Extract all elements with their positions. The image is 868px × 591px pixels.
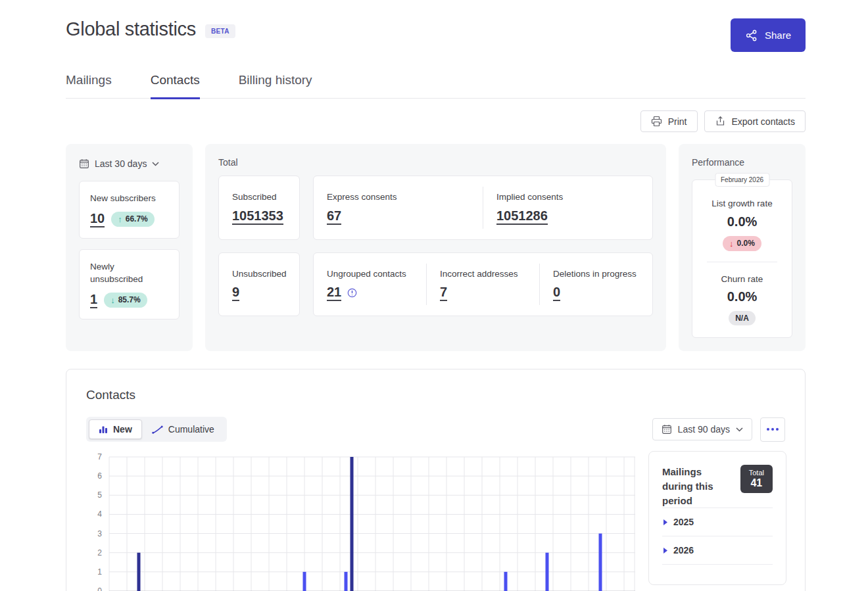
churn-na-badge: N/A <box>729 311 756 325</box>
range-30-dropdown[interactable]: Last 30 days <box>79 157 159 170</box>
consents-card: Express consents 67 Implied consents 105… <box>313 176 653 240</box>
tab-billing-history[interactable]: Billing history <box>239 73 312 99</box>
arrow-down-icon: ↓ <box>110 295 115 305</box>
calendar-icon <box>79 158 89 169</box>
performance-card: February 2026 List growth rate 0.0% ↓ 0.… <box>692 179 792 338</box>
ungrouped-contacts-value[interactable]: 21 <box>327 285 341 301</box>
mailings-total-badge: Total 41 <box>740 465 773 493</box>
subscribed-label: Subscribed <box>232 191 286 204</box>
mailings-summary-title: Mailings during this period <box>662 465 731 508</box>
page-header: Global statistics BETA Share <box>66 0 806 52</box>
view-toggle: New Cumulative <box>86 417 227 442</box>
svg-text:1: 1 <box>97 567 102 577</box>
deletions-seg: Deletions in progress 0 <box>539 264 652 306</box>
incorrect-addresses-label: Incorrect addresses <box>440 268 526 281</box>
actions-row: Print Export contacts <box>66 110 806 132</box>
list-growth-label: List growth rate <box>700 197 784 210</box>
chart-row: 2629010407101316192225283103060912151821… <box>86 451 785 591</box>
ungrouped-contacts-seg: Ungrouped contacts 21 <box>314 264 426 306</box>
unsubscribed-label: Unsubscribed <box>232 268 286 281</box>
new-subscribers-value[interactable]: 10 <box>90 211 105 227</box>
contacts-section-title: Contacts <box>86 388 785 402</box>
unsubscribed-card: Unsubscribed 9 <box>218 252 300 317</box>
churn-rate-value: 0.0% <box>700 289 784 304</box>
implied-consents-value[interactable]: 1051286 <box>496 208 548 225</box>
newly-unsubscribed-card: Newly unsubscribed 1 ↓ 85.7% <box>79 249 180 319</box>
triangle-right-icon <box>663 519 667 525</box>
unsubscribed-value[interactable]: 9 <box>232 285 239 301</box>
share-button[interactable]: Share <box>731 18 806 52</box>
ellipsis-icon <box>767 428 779 431</box>
period-badge: February 2026 <box>715 173 769 187</box>
chevron-down-icon <box>152 162 159 166</box>
total-label: Total <box>218 157 653 168</box>
performance-label: Performance <box>692 157 792 168</box>
svg-text:3: 3 <box>97 529 102 538</box>
range-30-label: Last 30 days <box>95 158 147 169</box>
bar-chart-svg: 2629010407101316192225283103060912151821… <box>86 451 635 591</box>
arrow-up-icon: ↑ <box>118 214 122 224</box>
year-label: 2026 <box>673 545 694 556</box>
export-contacts-button[interactable]: Export contacts <box>704 110 806 132</box>
new-subscribers-delta-badge: ↑ 66.7% <box>111 212 155 227</box>
deletions-value[interactable]: 0 <box>553 285 560 301</box>
svg-text:5: 5 <box>97 490 102 500</box>
implied-consents-label: Implied consents <box>496 191 639 204</box>
share-icon <box>745 29 758 42</box>
range-90-label: Last 90 days <box>678 424 730 435</box>
calendar-icon <box>662 424 672 435</box>
toggle-new-label: New <box>113 424 132 435</box>
contacts-chart: 2629010407101316192225283103060912151821… <box>86 451 635 591</box>
new-subscribers-card: New subscribers 10 ↑ 66.7% <box>79 181 180 239</box>
more-options-button[interactable] <box>760 417 785 442</box>
svg-text:4: 4 <box>97 510 102 519</box>
tab-contacts[interactable]: Contacts <box>151 73 200 99</box>
tab-bar: Mailings Contacts Billing history <box>66 73 806 99</box>
bar-chart-icon <box>99 425 108 434</box>
page-title: Global statistics <box>66 18 196 40</box>
express-consents-value[interactable]: 67 <box>327 208 341 225</box>
print-button[interactable]: Print <box>640 110 698 132</box>
line-chart-icon <box>152 425 163 434</box>
subscribed-value[interactable]: 1051353 <box>232 208 283 225</box>
churn-rate-label: Churn rate <box>700 273 784 286</box>
list-growth-value: 0.0% <box>700 214 784 229</box>
chart-toolbar: New Cumulative <box>86 417 785 442</box>
subscribed-card: Subscribed 1051353 <box>218 176 300 240</box>
year-label: 2025 <box>673 517 694 527</box>
range-90-dropdown[interactable]: Last 90 days <box>652 418 752 440</box>
svg-text:2: 2 <box>97 548 102 557</box>
chevron-down-icon <box>736 427 743 432</box>
incorrect-addresses-value[interactable]: 7 <box>440 285 447 301</box>
newly-unsubscribed-delta-badge: ↓ 85.7% <box>104 293 147 308</box>
deletions-label: Deletions in progress <box>553 268 639 281</box>
arrow-down-icon: ↓ <box>729 239 734 248</box>
divider <box>707 262 777 262</box>
contact-issues-card: Ungrouped contacts 21 <box>313 252 653 317</box>
svg-text:0: 0 <box>97 586 102 591</box>
mailings-total-value: 41 <box>749 477 764 489</box>
newly-unsubscribed-value[interactable]: 1 <box>90 292 97 308</box>
svg-text:7: 7 <box>97 452 102 461</box>
toggle-cumulative-label: Cumulative <box>168 424 214 435</box>
incorrect-addresses-seg: Incorrect addresses 7 <box>426 264 539 306</box>
svg-text:6: 6 <box>97 471 102 481</box>
express-consents-label: Express consents <box>327 191 470 204</box>
ungrouped-contacts-label: Ungrouped contacts <box>327 268 413 281</box>
toggle-new-button[interactable]: New <box>89 419 142 439</box>
triangle-right-icon <box>663 548 667 554</box>
export-label: Export contacts <box>732 116 796 127</box>
warning-info-icon[interactable] <box>347 288 357 298</box>
new-subscribers-delta: 66.7% <box>126 214 148 224</box>
printer-icon <box>651 116 662 127</box>
tab-mailings[interactable]: Mailings <box>66 73 112 99</box>
toggle-cumulative-button[interactable]: Cumulative <box>142 419 224 439</box>
year-row-2026[interactable]: 2026 <box>662 536 773 565</box>
newly-unsubscribed-delta: 85.7% <box>118 295 141 304</box>
share-label: Share <box>765 30 791 41</box>
beta-badge: BETA <box>205 24 235 38</box>
express-consents-seg: Express consents 67 <box>314 187 483 229</box>
year-row-2025[interactable]: 2025 <box>662 508 773 536</box>
new-subscribers-label: New subscribers <box>90 192 168 205</box>
list-growth-delta-badge: ↓ 0.0% <box>723 236 761 251</box>
